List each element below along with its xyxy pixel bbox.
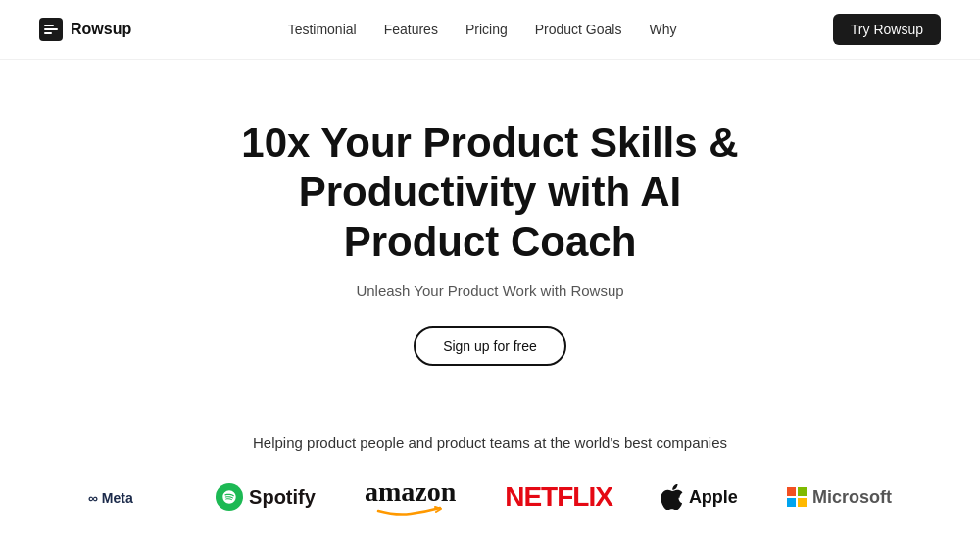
navbar: Rowsup Testimonial Features Pricing Prod… [0, 0, 980, 60]
signup-button[interactable]: Sign up for free [414, 326, 566, 366]
nav-product-goals[interactable]: Product Goals [535, 22, 622, 37]
hero-heading-line1: 10x Your Product Skills & [241, 120, 738, 166]
svg-text:∞ Meta: ∞ Meta [88, 490, 133, 506]
netflix-text: NETFLIX [505, 481, 612, 512]
microsoft-text: Microsoft [812, 487, 892, 508]
logo-icon [39, 18, 63, 41]
logos-container: ∞ Meta Spotify amazon NETFLIX [39, 478, 941, 516]
hero-subtitle: Unleash Your Product Work with Rowsup [39, 282, 941, 299]
reviews-section: ★★★★★ Rowsup has transformed the way I m… [0, 545, 980, 552]
hero-heading-line2: Productivity with AI [299, 169, 681, 215]
nav-why[interactable]: Why [649, 22, 676, 37]
companies-title: Helping product people and product teams… [39, 434, 941, 451]
nav-links: Testimonial Features Pricing Product Goa… [288, 22, 677, 37]
ms-square-2 [798, 487, 807, 496]
amazon-logo: amazon [365, 478, 456, 516]
ms-square-3 [787, 498, 796, 507]
try-rowsup-button[interactable]: Try Rowsup [833, 14, 941, 45]
netflix-logo: NETFLIX [505, 481, 612, 513]
ms-square-1 [787, 487, 796, 496]
companies-section: Helping product people and product teams… [0, 405, 980, 535]
hero-section: 10x Your Product Skills & Productivity w… [0, 60, 980, 405]
nav-pricing[interactable]: Pricing [466, 22, 508, 37]
hero-heading-line3: Product Coach [344, 219, 637, 265]
meta-logo: ∞ Meta [88, 487, 167, 507]
hero-heading: 10x Your Product Skills & Productivity w… [196, 119, 784, 267]
spotify-icon [216, 483, 243, 511]
logo: Rowsup [39, 18, 131, 41]
spotify-text: Spotify [249, 486, 316, 509]
nav-features[interactable]: Features [384, 22, 438, 37]
meta-logo-svg: ∞ Meta [88, 487, 167, 507]
microsoft-logo: Microsoft [787, 487, 892, 508]
amazon-text: amazon [365, 478, 456, 506]
logo-text: Rowsup [71, 21, 131, 38]
apple-text: Apple [689, 487, 738, 508]
ms-square-4 [798, 498, 807, 507]
apple-logo: Apple [662, 484, 738, 510]
amazon-arrow [376, 506, 445, 516]
nav-testimonial[interactable]: Testimonial [288, 22, 357, 37]
microsoft-icon [787, 487, 807, 507]
apple-icon [662, 484, 683, 510]
spotify-logo: Spotify [216, 483, 316, 511]
